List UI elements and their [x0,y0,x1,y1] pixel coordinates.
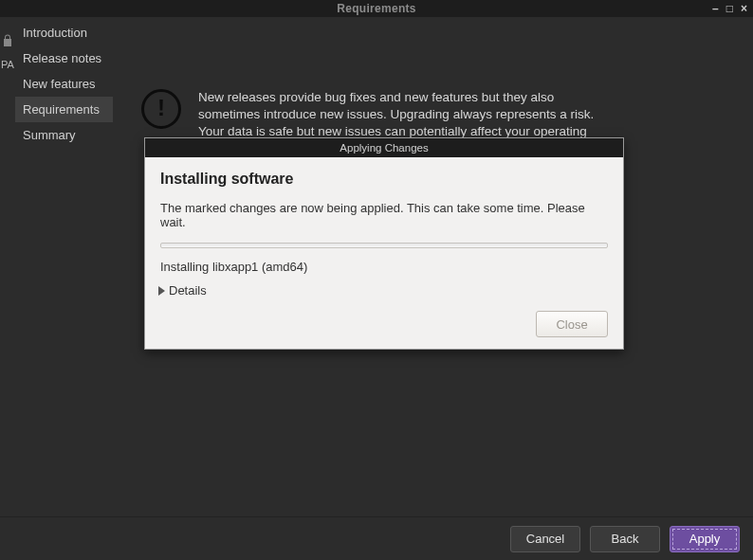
footer: Cancel Back Apply [0,516,753,560]
dialog-footer: Close [160,305,608,337]
details-expander[interactable]: Details [158,283,608,298]
minimize-icon[interactable]: – [712,2,719,15]
sidebar-item-release-notes[interactable]: Release notes [15,45,113,71]
sidebar-item-requirements[interactable]: Requirements [15,97,113,122]
pa-label: PA [1,59,14,70]
window-title: Requirements [337,2,416,15]
details-label: Details [169,283,207,298]
maximize-icon[interactable]: □ [726,2,733,15]
left-strip: PA [0,17,15,516]
back-button[interactable]: Back [590,526,660,552]
warning-icon: ! [141,89,181,129]
sidebar-item-introduction[interactable]: Introduction [15,20,113,45]
dialog-body: Installing software The marked changes a… [145,157,623,349]
sidebar: Introduction Release notes New features … [15,17,113,516]
upgrade-window: Requirements – □ × PA Introduction Relea… [0,0,753,560]
applying-changes-dialog: Applying Changes Installing software The… [144,137,624,350]
sidebar-item-summary[interactable]: Summary [15,122,113,148]
cancel-button[interactable]: Cancel [510,526,580,552]
apply-button[interactable]: Apply [670,526,740,552]
lock-icon [2,34,13,51]
dialog-close-button: Close [536,311,608,337]
sidebar-item-new-features[interactable]: New features [15,71,113,97]
chevron-right-icon [158,286,165,296]
install-status: Installing libxapp1 (amd64) [160,260,608,274]
progress-bar [160,243,608,248]
window-controls: – □ × [712,0,747,17]
close-icon[interactable]: × [741,2,747,15]
titlebar: Requirements – □ × [0,0,753,17]
dialog-title: Applying Changes [145,138,623,157]
dialog-message: The marked changes are now being applied… [160,201,608,229]
dialog-heading: Installing software [160,171,608,188]
